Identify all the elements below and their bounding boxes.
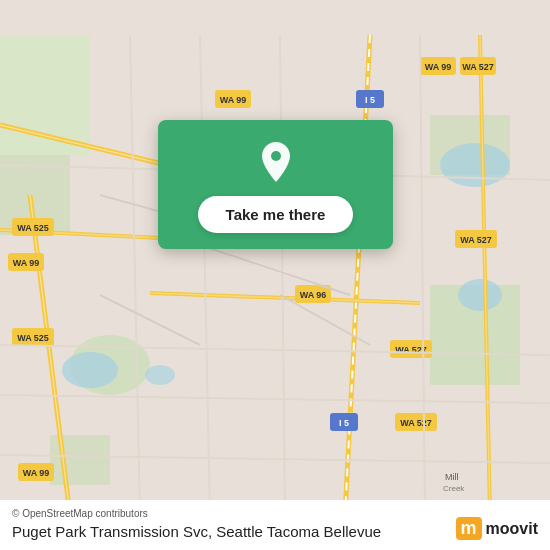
svg-text:WA 527: WA 527 xyxy=(462,62,494,72)
svg-text:I 5: I 5 xyxy=(365,95,375,105)
svg-text:WA 99: WA 99 xyxy=(13,258,40,268)
svg-point-63 xyxy=(271,151,281,161)
map-background: I 5 I 5 WA 99 WA 99 WA 99 WA 99 WA 527 W… xyxy=(0,0,550,550)
bottom-bar: © OpenStreetMap contributors Puget Park … xyxy=(0,500,550,550)
svg-point-8 xyxy=(440,143,510,187)
svg-text:Mill: Mill xyxy=(445,472,459,482)
svg-text:WA 99: WA 99 xyxy=(23,468,50,478)
moovit-text: moovit xyxy=(486,520,538,538)
take-me-there-button[interactable]: Take me there xyxy=(198,196,354,233)
location-pin-icon xyxy=(252,138,300,186)
svg-text:WA 99: WA 99 xyxy=(220,95,247,105)
svg-point-7 xyxy=(62,352,118,388)
svg-point-10 xyxy=(145,365,175,385)
moovit-m-letter: m xyxy=(456,517,482,540)
map-container: I 5 I 5 WA 99 WA 99 WA 99 WA 99 WA 527 W… xyxy=(0,0,550,550)
svg-text:I 5: I 5 xyxy=(339,418,349,428)
moovit-logo: m moovit xyxy=(456,517,538,540)
svg-text:WA 525: WA 525 xyxy=(17,333,49,343)
svg-text:WA 527: WA 527 xyxy=(400,418,432,428)
svg-point-9 xyxy=(458,279,502,311)
svg-text:Creek: Creek xyxy=(443,484,465,493)
svg-text:WA 96: WA 96 xyxy=(300,290,327,300)
svg-text:WA 527: WA 527 xyxy=(460,235,492,245)
action-card: Take me there xyxy=(158,120,393,249)
svg-text:WA 525: WA 525 xyxy=(17,223,49,233)
svg-text:WA 99: WA 99 xyxy=(425,62,452,72)
